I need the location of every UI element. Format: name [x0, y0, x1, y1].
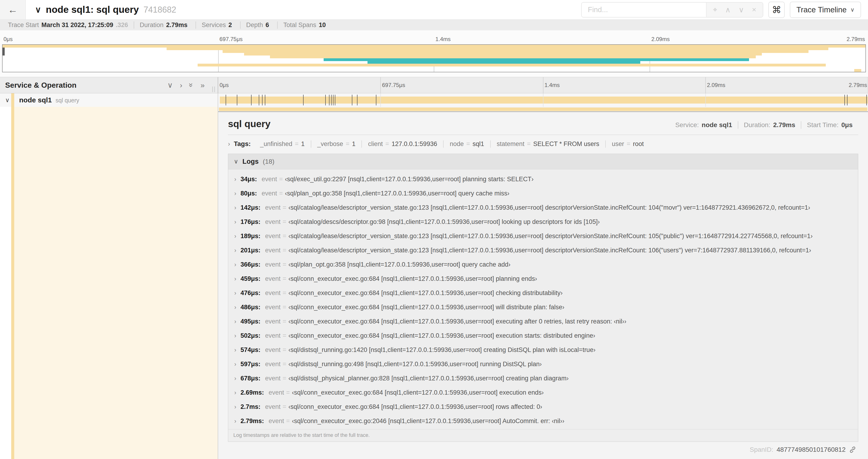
tag-key: user [612, 140, 624, 147]
find-input[interactable] [582, 3, 706, 17]
span-row-track[interactable] [218, 93, 868, 107]
log-row[interactable]: › 366μs: event = ‹sql/plan_opt.go:358 [n… [228, 258, 858, 272]
log-field-value: ‹sql/catalog/descs/descriptor.go:98 [nsq… [288, 218, 600, 226]
chevron-right-icon[interactable]: › [234, 346, 236, 354]
chevron-right-icon[interactable]: › [234, 403, 236, 411]
chevron-right-icon[interactable]: › [234, 233, 236, 240]
log-row[interactable]: › 459μs: event = ‹sql/conn_executor_exec… [228, 272, 858, 286]
log-field-key: event [269, 389, 284, 396]
minimap-canvas[interactable] [2, 44, 866, 72]
equals-sign: = [295, 140, 299, 147]
collapse-all-icon[interactable]: » [188, 83, 195, 87]
log-row[interactable]: › 495μs: event = ‹sql/conn_executor_exec… [228, 315, 858, 329]
minimap-ruler: 0μs697.75μs1.4ms2.09ms2.79ms [2, 36, 866, 44]
keyboard-shortcuts-button[interactable]: ⌘ [768, 2, 785, 18]
logs-toggle-header[interactable]: ∨ Logs (18) [228, 154, 858, 169]
chevron-right-icon[interactable]: › [234, 261, 236, 268]
log-row[interactable]: › 597μs: event = ‹sql/distsql_running.go… [228, 357, 858, 371]
chevron-down-icon[interactable]: ∨ [234, 158, 238, 165]
chevron-right-icon[interactable]: › [228, 140, 230, 147]
equals-sign: = [279, 176, 283, 183]
span-color-accent [11, 93, 14, 107]
log-row[interactable]: › 574μs: event = ‹sql/distsql_running.go… [228, 343, 858, 357]
log-row[interactable]: › 502μs: event = ‹sql/conn_executor_exec… [228, 329, 858, 343]
log-row[interactable]: › 2.69ms: event = ‹sql/conn_executor_exe… [228, 386, 858, 400]
log-row[interactable]: › 80μs: event = ‹sql/plan_opt.go:358 [ns… [228, 186, 858, 201]
log-timestamp: 476μs: [241, 289, 260, 297]
tags-toggle-row[interactable]: › Tags: _unfinished = 1 _verbose = 1 cli… [228, 138, 858, 151]
next-span-bar-partial[interactable] [219, 107, 867, 111]
minimap-span-bar [323, 58, 749, 61]
span-row[interactable]: ∨ node sql1 sql query [0, 93, 868, 107]
logs-footer-note: Log timestamps are relative to the start… [228, 429, 858, 441]
tag-key: node [450, 140, 464, 147]
equals-sign: = [286, 418, 290, 425]
prev-match-icon[interactable]: ∧ [725, 5, 731, 14]
log-row[interactable]: › 201μs: event = ‹sql/catalog/lease/desc… [228, 243, 858, 258]
locate-icon[interactable]: ⌖ [713, 5, 717, 14]
span-tree-column [0, 107, 218, 459]
chevron-down-icon[interactable]: ∨ [35, 5, 41, 15]
chevron-right-icon[interactable]: › [234, 204, 236, 211]
ruler-tick-label: 1.4ms [434, 36, 451, 42]
log-marker-tick [265, 95, 265, 105]
summary-value: March 31 2022, 17:25:09 [41, 22, 114, 29]
chevron-down-icon[interactable]: ∨ [5, 97, 9, 104]
log-field-value: ‹sql/exec_util.go:2297 [nsql1,client=127… [285, 176, 534, 183]
equals-sign: = [286, 389, 290, 396]
log-row[interactable]: › 189μs: event = ‹sql/catalog/lease/desc… [228, 229, 858, 243]
chevron-right-icon[interactable]: › [234, 247, 236, 254]
chevron-right-icon[interactable]: › [234, 190, 236, 197]
link-icon[interactable] [849, 446, 856, 453]
chevron-right-icon[interactable]: › [234, 176, 236, 183]
span-duration-bar[interactable] [220, 97, 868, 104]
equals-sign: = [283, 275, 286, 283]
log-row[interactable]: › 678μs: event = ‹sql/distsql_physical_p… [228, 371, 858, 386]
log-field-value: ‹sql/conn_executor_exec.go:684 [nsql1,cl… [288, 318, 626, 325]
next-match-icon[interactable]: ∨ [739, 5, 744, 14]
log-marker-tick [237, 95, 237, 105]
minimap-span-bar [198, 64, 826, 66]
equals-sign: = [627, 140, 630, 147]
log-marker-tick [376, 95, 376, 105]
log-timestamp: 80μs: [241, 190, 257, 197]
expand-one-icon[interactable]: › [180, 81, 183, 89]
log-row[interactable]: › 34μs: event = ‹sql/exec_util.go:2297 [… [228, 172, 858, 186]
column-resize-grip[interactable]: || [212, 85, 216, 93]
log-row[interactable]: › 142μs: event = ‹sql/catalog/lease/desc… [228, 201, 858, 215]
view-selector-button[interactable]: Trace Timeline ∨ [790, 2, 861, 18]
log-row[interactable]: › 486μs: event = ‹sql/conn_executor_exec… [228, 300, 858, 315]
chevron-right-icon[interactable]: › [234, 375, 236, 382]
chevron-right-icon[interactable]: › [234, 389, 236, 396]
chevron-right-icon[interactable]: › [234, 304, 236, 311]
span-row-name-cell[interactable]: ∨ node sql1 sql query [0, 93, 218, 107]
log-row[interactable]: › 2.7ms: event = ‹sql/conn_executor_exec… [228, 400, 858, 414]
chevron-right-icon[interactable]: › [234, 418, 236, 425]
log-row[interactable]: › 2.79ms: event = ‹sql/conn_executor_exe… [228, 414, 858, 428]
minimap-span-bar [368, 61, 640, 64]
log-field-key: event [265, 289, 280, 297]
chevron-down-icon: ∨ [850, 6, 855, 13]
back-button[interactable]: ← [0, 0, 26, 19]
chevron-right-icon[interactable]: › [234, 361, 236, 368]
chevron-right-icon[interactable]: › [234, 275, 236, 283]
tree-indent-guide [11, 107, 14, 459]
ruler-tick-label: 1.4ms [543, 82, 560, 88]
expand-all-icon[interactable]: » [200, 81, 205, 89]
bottom-area: sql query Service: node sql1 Duration: 2… [0, 107, 868, 459]
log-row[interactable]: › 476μs: event = ‹sql/conn_executor_exec… [228, 286, 858, 300]
clear-search-icon[interactable]: × [752, 5, 756, 14]
collapse-one-icon[interactable]: ∨ [167, 81, 173, 89]
chevron-right-icon[interactable]: › [234, 332, 236, 339]
minimap-span-bar [244, 53, 762, 56]
chevron-right-icon[interactable]: › [234, 289, 236, 297]
log-row[interactable]: › 176μs: event = ‹sql/catalog/descs/desc… [228, 215, 858, 229]
chevron-right-icon[interactable]: › [234, 318, 236, 325]
span-meta-item: Start Time: 0μs [801, 121, 858, 129]
chevron-right-icon[interactable]: › [234, 218, 236, 226]
log-field-value: ‹sql/distsql_running.go:1420 [nsql1,clie… [288, 346, 595, 354]
log-field-key: event [265, 247, 280, 254]
log-field-key: event [265, 361, 280, 368]
log-marker-tick [303, 95, 304, 105]
trace-minimap: 0μs697.75μs1.4ms2.09ms2.79ms [0, 30, 868, 77]
